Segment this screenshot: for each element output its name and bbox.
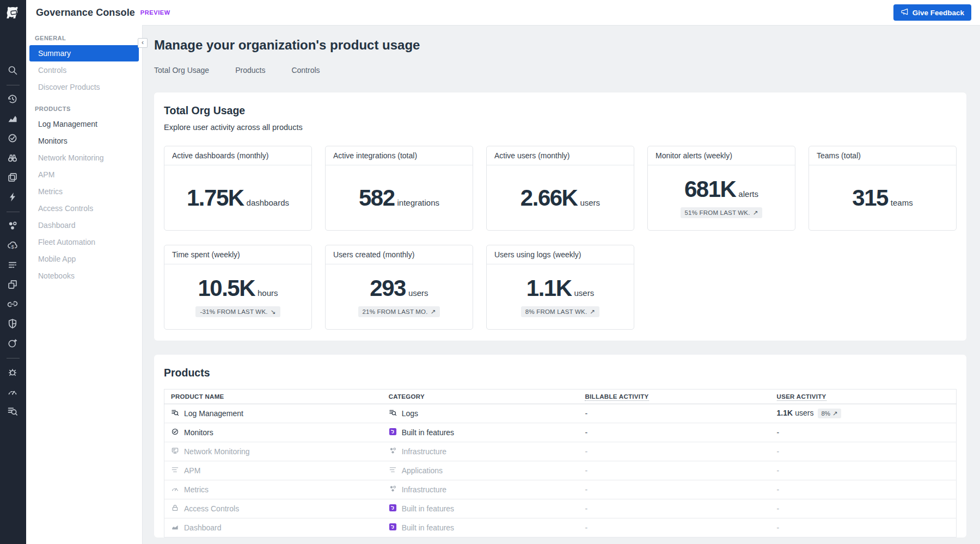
product-name-label: Network Monitoring [184,447,250,456]
service-gauge-icon[interactable] [7,386,19,398]
metric-unit: users [580,198,600,207]
sidebar-item-metrics[interactable]: Metrics [29,183,139,200]
total-org-usage-panel: Total Org Usage Explore user activity ac… [154,92,966,341]
user-activity-cell: - [770,499,957,518]
sidebar-item-controls[interactable]: Controls [29,62,139,78]
network-screen-icon [171,447,179,456]
sidebar-item-notebooks[interactable]: Notebooks [29,268,139,284]
metric-card-body: 293users21% FROM LAST MO.↗ [326,264,473,329]
binoculars-icon[interactable] [7,152,19,164]
product-name-cell: Metrics [164,480,382,499]
user-activity-cell: - [770,442,957,461]
rail-divider [7,212,20,212]
user-activity-unit: users [795,409,813,417]
tab-products[interactable]: Products [235,66,265,75]
metric-line: 1.1Kusers [526,277,594,300]
tab-controls[interactable]: Controls [291,66,320,75]
left-icon-rail: $ [0,0,26,544]
user-activity-cell: - [770,518,957,537]
sidebar-item-discover-products[interactable]: Discover Products [29,79,139,95]
metric-card-body: 2.66Kusers [487,165,634,230]
log-search-icon[interactable] [7,406,19,418]
sidebar-item-fleet-automation[interactable]: Fleet Automation [29,234,139,250]
metric-grid-row-2: Time spent (weekly)10.5Khours-31% FROM L… [164,245,957,330]
sidebar-item-access-controls[interactable]: Access Controls [29,200,139,217]
trend-badge: -31% FROM LAST WK.↘ [195,306,280,317]
usage-panel-subtitle: Explore user activity across all product… [164,123,957,132]
pipelines-link-icon[interactable] [7,299,19,311]
tab-total-org-usage[interactable]: Total Org Usage [154,66,209,75]
trend-badge-text: -31% FROM LAST WK. [200,308,267,315]
column-header-label: PRODUCT NAME [171,393,224,400]
search-icon[interactable] [7,65,19,77]
category-label: Applications [402,466,443,475]
sidebar-item-mobile-app[interactable]: Mobile App [29,251,139,267]
cloud-cost-icon[interactable]: $ [7,240,19,252]
trend-arrow-icon: ↗ [431,308,436,316]
column-header-user-activity: USER ACTIVITY [770,390,957,404]
sidebar-collapse-button[interactable]: ‹ [138,38,148,48]
metric-line: 10.5Khours [198,277,278,300]
metric-line: 681Kalerts [684,178,758,201]
sidebar-item-network-monitoring[interactable]: Network Monitoring [29,150,139,166]
metric-line: 293users [370,277,428,300]
sidebar-item-log-management[interactable]: Log Management [29,116,139,132]
product-name-label: Dashboard [184,523,222,532]
metric-card-body: 582integrations [326,165,473,230]
table-row: DashboardBuilt in features-- [164,518,957,537]
billable-activity-cell: - [578,518,770,537]
give-feedback-button[interactable]: Give Feedback [893,4,971,21]
datadog-logo[interactable] [5,5,21,22]
billable-activity-cell: - [578,461,770,480]
sidebar-item-apm[interactable]: APM [29,166,139,183]
sidebar-item-monitors[interactable]: Monitors [29,133,139,149]
logs-filter-icon[interactable] [7,259,19,271]
trend-badge-text: 8% FROM LAST WK. [525,308,587,315]
product-name-flex: Log Management [171,409,377,418]
apps-windows-icon[interactable] [7,279,19,291]
lock-icon [171,504,179,514]
trend-arrow-icon: ↗ [832,410,838,417]
datadog-purple-icon [389,428,397,437]
table-row[interactable]: Log ManagementLogs-1.1Kusers8%↗ [164,404,957,423]
metric-value: 2.66K [520,187,578,209]
give-feedback-label: Give Feedback [912,9,964,17]
trend-badge-text: 21% FROM LAST MO. [363,308,428,315]
error-tracking-bug-icon[interactable] [7,367,19,379]
synthetics-plus-icon[interactable] [7,338,19,350]
trend-badge-text: 8% [821,410,830,417]
history-icon[interactable] [7,94,19,106]
metric-unit: integrations [397,198,440,207]
metric-card-title: Time spent (weekly) [164,245,311,264]
metric-card-title: Monitor alerts (weekly) [648,146,795,165]
column-header-label: CATEGORY [389,393,425,400]
column-header-category: CATEGORY [382,390,579,404]
metric-unit: dashboards [247,198,289,207]
category-cell: Built in features [382,499,579,518]
metric-card-title: Active integrations (total) [326,146,473,165]
billable-activity-cell: - [578,480,770,499]
table-row: Access ControlsBuilt in features-- [164,499,957,518]
monitors-target-icon[interactable] [7,133,19,145]
user-activity-trend-badge: 8%↗ [818,409,841,418]
category-label: Logs [402,409,418,418]
metric-grid-row-1: Active dashboards (monthly)1.75Kdashboar… [164,146,957,231]
metric-card: Active integrations (total)582integratio… [325,146,473,231]
product-name-label: Access Controls [184,504,239,513]
org-members-icon[interactable] [7,220,19,232]
sidebar-item-dashboard[interactable]: Dashboard [29,217,139,233]
integrations-layers-icon[interactable] [7,172,19,184]
billable-activity-cell: - [578,404,770,423]
sidebar-item-summary[interactable]: Summary [29,45,139,61]
trend-badge: 21% FROM LAST MO.↗ [358,306,440,317]
events-bolt-icon[interactable] [7,191,19,203]
products-table-header: PRODUCT NAMECATEGORYBILLABLE ACTIVITYUSE… [164,390,957,404]
column-header-product-name: PRODUCT NAME [164,390,382,404]
table-row[interactable]: MonitorsBuilt in features-- [164,423,957,442]
metrics-graph-icon[interactable] [7,113,19,125]
table-row: Network MonitoringInfrastructure-- [164,442,957,461]
security-shield-icon[interactable] [7,318,19,330]
sidebar-section-label: GENERAL [26,30,142,45]
logs-icon [171,409,179,418]
metric-unit: hours [258,288,278,298]
